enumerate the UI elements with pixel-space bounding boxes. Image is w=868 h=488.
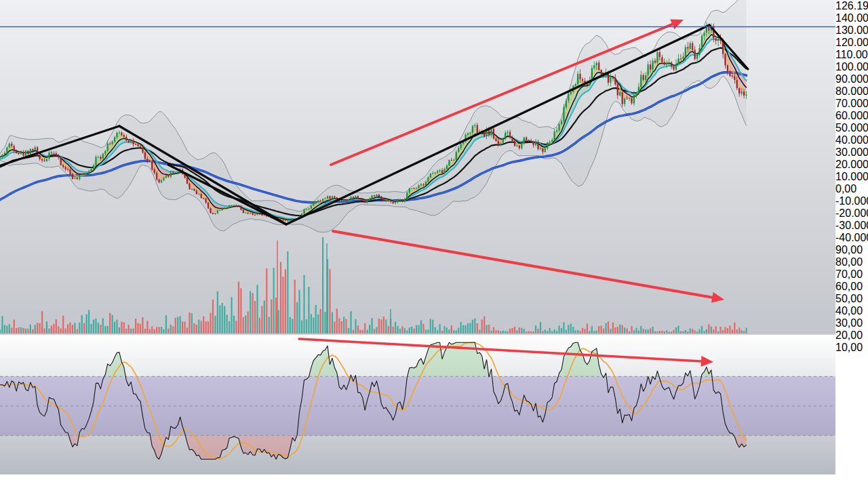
rsi-axis-label: 30,00: [835, 317, 868, 329]
rsi-axis-label: 80,00: [835, 256, 868, 268]
price-axis-label: -20.000,00: [835, 207, 868, 220]
price-axis-label: -40.000,00: [835, 232, 868, 244]
price-axis-label: -30.000,00: [835, 220, 868, 232]
price-axis-label: -10.000,00: [835, 195, 868, 207]
price-axis-label: 30.000,00: [835, 146, 868, 159]
price-axis-label: 90.000,00: [835, 73, 868, 85]
price-axis-label: 0,00: [835, 183, 868, 195]
price-axis-label: 10.000,00: [835, 171, 868, 183]
price-line-label: 126.199,63: [835, 0, 868, 12]
rsi-axis-label: 40,00: [835, 305, 868, 317]
rsi-axis-label: 10,00: [835, 342, 868, 354]
rsi-axis-label: 90,00: [835, 244, 868, 256]
rsi-axis-label: 20,00: [835, 329, 868, 342]
rsi-axis-label: 70,00: [835, 268, 868, 281]
price-axis-label: 120.000,00: [835, 37, 868, 49]
price-axis[interactable]: 126.199,63 140.000,00130.000,00120.000,0…: [835, 0, 868, 474]
price-axis-label: 130.000,00: [835, 24, 868, 37]
chart-window: 126.199,63 140.000,00130.000,00120.000,0…: [0, 0, 868, 488]
price-axis-label: 40.000,00: [835, 134, 868, 146]
chart-canvas[interactable]: [0, 0, 835, 474]
rsi-axis-label: 60,00: [835, 281, 868, 293]
rsi-axis-label: 50,00: [835, 293, 868, 305]
price-axis-label: 110.000,00: [835, 49, 868, 61]
price-axis-label: 140.000,00: [835, 12, 868, 24]
price-axis-label: 80.000,00: [835, 85, 868, 98]
price-axis-label: 70.000,00: [835, 98, 868, 110]
price-axis-label: 50.000,00: [835, 122, 868, 134]
price-axis-label: 100.000,00: [835, 61, 868, 73]
price-axis-label: 20.000,00: [835, 159, 868, 171]
price-axis-label: 60.000,00: [835, 110, 868, 122]
